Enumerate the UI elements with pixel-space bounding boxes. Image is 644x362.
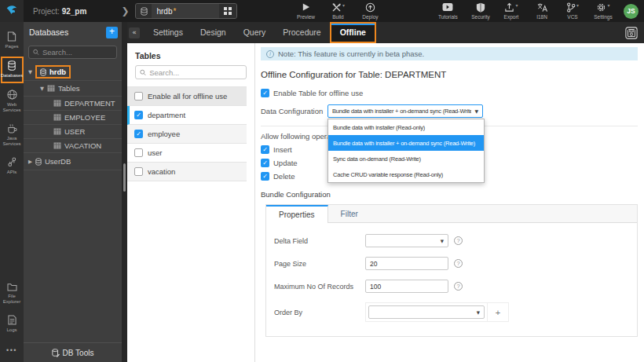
tree-node-userdb[interactable]: ▶ UserDB <box>24 153 122 170</box>
tree-node-table-vacation[interactable]: VACATION <box>24 139 122 153</box>
table-row-user[interactable]: user <box>127 144 247 163</box>
caret-down-icon[interactable]: ▼ <box>40 86 44 92</box>
bundle-tabs: Properties Filter <box>266 205 637 223</box>
dropdown-option-3[interactable]: Sync data on-demand (Read-Write) <box>328 151 484 166</box>
sidebar-item-java-services[interactable]: Java Services <box>1 120 24 151</box>
db-tools-button[interactable]: DB Tools <box>24 342 122 362</box>
settings-button[interactable]: ▾ Settings <box>593 2 613 20</box>
tab-design[interactable]: Design <box>192 22 235 43</box>
page-size-row: Page Size ? <box>274 257 637 270</box>
dropdown-option-4[interactable]: Cache CRUD variable response (Read-only) <box>328 166 484 182</box>
dropdown-option-2-selected[interactable]: Bundle data with installer + on-demand s… <box>328 135 484 151</box>
page-size-label: Page Size <box>274 260 365 268</box>
tab-properties[interactable]: Properties <box>266 205 328 223</box>
order-by-select[interactable]: ▼ <box>368 305 485 319</box>
export-button[interactable]: ▾ Export <box>501 2 521 20</box>
topbar: Project: 92_pm ❯ hrdb* Preview ▾ Build <box>0 0 644 22</box>
tree-node-hrdb[interactable]: ▼ hrdb <box>24 64 122 81</box>
wavemaker-logo[interactable] <box>0 0 24 22</box>
databases-panel-title: Databases <box>29 27 68 37</box>
coffee-icon <box>7 123 17 133</box>
help-icon[interactable]: ? <box>454 236 463 245</box>
checkbox-vacation[interactable] <box>134 167 143 176</box>
tutorials-button[interactable]: Tutorials <box>437 2 458 20</box>
checkbox-update[interactable]: ✓ <box>261 159 269 167</box>
tree-node-table-employee[interactable]: EMPLOYEE <box>24 111 122 125</box>
page-title: Offline Configuration for Table: DEPARTM… <box>261 70 638 79</box>
checkbox-enable-table[interactable]: ✓ <box>261 89 269 97</box>
translate-icon <box>536 2 547 13</box>
max-records-input[interactable] <box>365 280 448 293</box>
grid-view-icon[interactable] <box>219 4 236 18</box>
order-by-row: Order By ▼ + <box>274 302 637 322</box>
sidebar-item-apis[interactable]: APIs <box>1 154 24 179</box>
table-row-employee[interactable]: ✓ employee <box>127 125 247 144</box>
database-tree: ▼ hrdb ▼ Tables DEPARTMENT <box>24 64 122 342</box>
sidebar-item-web-services[interactable]: Web Services <box>1 86 24 117</box>
app-window: Project: 92_pm ❯ hrdb* Preview ▾ Build <box>0 0 644 362</box>
databases-search-input[interactable] <box>42 48 112 57</box>
add-database-button[interactable]: + <box>106 27 118 38</box>
sidebar-more-button[interactable]: ••• <box>6 340 17 362</box>
order-by-group: ▼ + <box>365 302 509 322</box>
checkbox-department[interactable]: ✓ <box>134 111 143 119</box>
sidebar-item-logs[interactable]: Logs <box>1 312 24 337</box>
help-icon[interactable]: ? <box>454 259 463 268</box>
max-records-row: Maximum No Of Records ? <box>274 280 637 293</box>
data-configuration-select[interactable]: Bundle data with installer + on-demand s… <box>327 104 483 118</box>
vcs-button[interactable]: ▾ VCS <box>562 2 583 20</box>
service-tabbar: « Settings Design Query Procedure Offlin… <box>127 22 644 43</box>
caret-right-icon[interactable]: ▶ <box>28 159 32 165</box>
scrollbar-thumb[interactable] <box>123 163 126 192</box>
help-icon[interactable]: ? <box>454 282 463 291</box>
user-avatar[interactable]: JS <box>624 4 639 19</box>
tab-procedure[interactable]: Procedure <box>274 22 329 43</box>
table-row-department[interactable]: ✓ department <box>127 106 247 125</box>
database-icon <box>40 68 46 76</box>
sidebar-item-file-explorer[interactable]: File Explorer <box>1 280 24 309</box>
checkbox-delete[interactable]: ✓ <box>261 172 269 181</box>
security-button[interactable]: Security <box>470 2 491 20</box>
breadcrumb-chevron-icon: ❯ <box>121 5 129 16</box>
databases-panel-scrollbar[interactable] <box>122 22 127 362</box>
table-row-enable-all[interactable]: Enable all for offline use <box>127 87 247 106</box>
sidebar-item-databases[interactable]: Databases <box>1 57 24 83</box>
tables-search-input[interactable] <box>149 68 242 77</box>
tab-offline[interactable]: Offline <box>330 22 376 43</box>
page-size-input[interactable] <box>365 257 448 270</box>
tree-node-tables-folder[interactable]: ▼ Tables <box>24 81 122 97</box>
caret-down-icon[interactable]: ▼ <box>28 69 32 75</box>
build-tools-icon: ▾ <box>331 2 345 13</box>
shield-icon <box>476 2 485 13</box>
table-row-vacation[interactable]: vacation <box>127 163 247 181</box>
sidebar-item-pages[interactable]: Pages <box>1 28 24 53</box>
open-doc-tab-hrdb[interactable]: hrdb* <box>135 3 237 19</box>
deploy-button[interactable]: Deploy <box>360 2 380 20</box>
table-icon <box>53 114 61 121</box>
build-button[interactable]: ▾ Build <box>327 2 348 20</box>
i18n-button[interactable]: I18N <box>532 2 552 20</box>
page-icon <box>7 31 16 42</box>
checkbox-insert[interactable]: ✓ <box>261 145 269 154</box>
collapse-panel-button[interactable]: « <box>129 27 140 38</box>
databases-search[interactable] <box>28 46 117 59</box>
tree-node-table-user[interactable]: USER <box>24 125 122 139</box>
tab-filter[interactable]: Filter <box>328 205 371 222</box>
beta-note-banner: i Note: This feature is currently in bet… <box>261 47 638 60</box>
tables-search[interactable] <box>135 65 247 79</box>
max-records-label: Maximum No Of Records <box>274 283 365 291</box>
tab-query[interactable]: Query <box>235 22 275 43</box>
checkbox-user[interactable] <box>134 148 143 157</box>
left-nav-sidebar: Pages Databases Web Services Java Servic… <box>0 22 24 362</box>
checkbox-enable-all[interactable] <box>134 92 143 101</box>
tree-node-table-department[interactable]: DEPARTMENT <box>24 97 122 111</box>
database-icon <box>136 4 152 18</box>
dropdown-option-1[interactable]: Bundle data with installer (Read-only) <box>328 119 484 135</box>
preview-button[interactable]: Preview <box>295 2 316 20</box>
tab-settings[interactable]: Settings <box>145 22 192 43</box>
checkbox-employee[interactable]: ✓ <box>134 130 143 138</box>
delta-field-select[interactable]: ▼ <box>365 234 448 247</box>
save-icon[interactable] <box>625 27 638 39</box>
offline-config-main: i Note: This feature is currently in bet… <box>255 43 644 362</box>
add-order-by-button[interactable]: + <box>488 303 508 321</box>
